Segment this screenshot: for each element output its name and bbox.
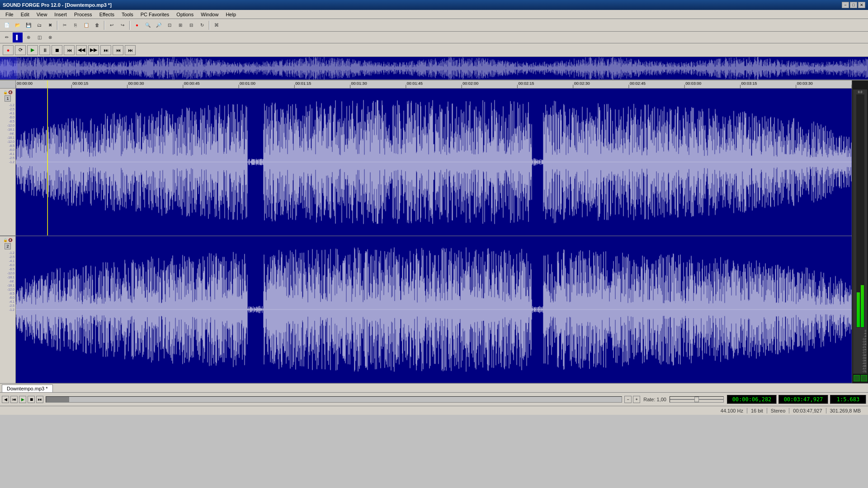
sep1 (57, 21, 58, 30)
track-2-label: 🔒 🔇 2 -1.2 -2.5 -4.1 -6.0 -8.5 -12.0 -18… (0, 236, 15, 383)
track2-lock-icon[interactable]: 🔒 (3, 238, 8, 242)
sep4 (209, 21, 210, 30)
overview-canvas (0, 57, 868, 80)
copy-button[interactable]: ⎘ (71, 20, 80, 30)
scroll-left-button[interactable]: ◀ (2, 396, 9, 403)
next-small-button[interactable]: ⏭ (36, 396, 43, 403)
slider-thumb[interactable] (694, 397, 699, 402)
vu-bar-right-mask (861, 95, 864, 285)
vu-right-peak-btn[interactable] (861, 375, 867, 381)
rate-label: Rate: 1,00 (643, 397, 666, 402)
paste-button[interactable]: 📋 (81, 20, 91, 30)
waveform-container[interactable] (16, 80, 852, 383)
channel-2-track[interactable] (16, 236, 852, 384)
stop-button[interactable]: ⏹ (52, 45, 62, 55)
menu-window[interactable]: Window (197, 11, 222, 18)
zoom-all-button[interactable]: ⊞ (175, 20, 185, 30)
record-transport-button[interactable]: ● (3, 45, 14, 55)
menu-effects[interactable]: Effects (96, 11, 118, 18)
channel-1-track[interactable] (16, 89, 852, 236)
track2-number: 2 (5, 243, 11, 249)
stop-small-button[interactable]: ⏹ (28, 396, 35, 403)
menu-file[interactable]: File (2, 11, 17, 18)
delete-button[interactable]: 🗑 (92, 20, 102, 30)
window-title: SOUND FORGE Pro 12.0 - [Downtempo.mp3 *] (3, 2, 112, 8)
play-small-button[interactable]: ▶ (19, 396, 26, 403)
track1-lock-icon[interactable]: 🔒 (3, 90, 8, 94)
playhead (47, 89, 48, 235)
track2-mute-icon[interactable]: 🔇 (8, 238, 13, 242)
play-loop-button[interactable]: ⟳ (15, 45, 26, 55)
bottom-controls: ◀ ⏮ ▶ ⏹ ⏭ − + Rate: 1,00 00:00:06,282 00… (0, 392, 868, 406)
vu-peak-buttons (853, 374, 868, 382)
selection-tool-button[interactable]: ▌ (13, 33, 23, 42)
play-button[interactable]: ▶ (27, 45, 38, 55)
close-file-button[interactable]: ✖ (45, 20, 55, 30)
track1-mute-icon[interactable]: 🔇 (8, 90, 13, 94)
sep3 (129, 21, 130, 30)
scrollbar-thumb[interactable] (46, 397, 69, 402)
menu-pc-favorites[interactable]: PC Favorites (137, 11, 173, 18)
transport-bar: ● ⟳ ▶ ⏸ ⏹ ⏮ ◀◀ ▶▶ ⏭ ⏮ ⏭ (0, 43, 868, 57)
snap-button[interactable]: ⊟ (186, 20, 196, 30)
toolbar-2: ✏ ▌ ⊕ ◫ ⊗ (0, 32, 868, 43)
zoom-out-time-button[interactable]: 🔎 (154, 20, 164, 30)
menu-help[interactable]: Help (222, 11, 240, 18)
loop-button[interactable]: ↻ (197, 20, 207, 30)
window-controls: − □ ✕ (842, 2, 865, 8)
zoom-minus-button[interactable]: − (624, 396, 632, 403)
open-button[interactable]: 📂 (13, 20, 23, 30)
new-button[interactable]: 📄 (2, 20, 12, 30)
pause-button[interactable]: ⏸ (39, 45, 50, 55)
track-1-label: 🔒 🔇 1 -1.2 -2.5 -4.1 -6.0 -8.5 -12.0 -18… (0, 89, 15, 236)
tool5-button[interactable]: ⊗ (45, 33, 55, 42)
status-duration: 00:03:47,927 (789, 408, 826, 413)
time-ruler (16, 80, 852, 89)
zoom-sel-button[interactable]: ⊡ (165, 20, 175, 30)
menu-options[interactable]: Options (173, 11, 197, 18)
vu-bars (856, 94, 864, 328)
vu-top-label: 0.0 (858, 90, 863, 94)
redo-button[interactable]: ↪ (118, 20, 127, 30)
maximize-button[interactable]: □ (850, 2, 857, 8)
pencil-tool-button[interactable]: ✏ (2, 33, 12, 42)
magnify-tool-button[interactable]: ⊕ (24, 33, 33, 42)
undo-button[interactable]: ↩ (107, 20, 117, 30)
save-button[interactable]: 💾 (24, 20, 33, 30)
prev-marker-button[interactable]: ⏮ (64, 45, 75, 55)
status-bar: 44.100 Hz 16 bit Stereo 00:03:47,927 301… (0, 406, 868, 415)
erase-tool-button[interactable]: ◫ (34, 33, 44, 42)
record-button[interactable]: ● (132, 20, 142, 30)
status-sample-rate: 44.100 Hz (717, 408, 747, 413)
tabs-area: Downtempo.mp3 * (0, 383, 868, 392)
save-all-button[interactable]: 🗂 (34, 20, 44, 30)
waveform-canvas-1 (16, 89, 852, 235)
menu-view[interactable]: View (33, 11, 51, 18)
menu-process[interactable]: Process (71, 11, 96, 18)
menu-insert[interactable]: Insert (51, 11, 71, 18)
fast-fwd-button[interactable]: ▶▶ (88, 45, 99, 55)
rate-slider[interactable] (670, 396, 724, 403)
horizontal-scrollbar[interactable] (46, 396, 622, 403)
rewind-small-button[interactable]: ⏮ (10, 396, 18, 403)
total-time-display: 00:03:47,927 (778, 395, 828, 404)
menu-edit[interactable]: Edit (17, 11, 33, 18)
cut-button[interactable]: ✂ (60, 20, 70, 30)
menu-tools[interactable]: Tools (118, 11, 137, 18)
next-marker-button[interactable]: ⏭ (100, 45, 111, 55)
vu-meter: 0.0 -3 -6 -9 -12 -15 -18 -21 -24 (852, 80, 868, 383)
current-time-display: 00:00:06,282 (727, 395, 777, 404)
minimize-button[interactable]: − (842, 2, 849, 8)
vu-left-peak-btn[interactable] (854, 375, 860, 381)
main-content: 🔒 🔇 1 -1.2 -2.5 -4.1 -6.0 -8.5 -12.0 -18… (0, 80, 868, 383)
go-end-button[interactable]: ⏭ (125, 45, 136, 55)
overview-waveform[interactable] (0, 57, 868, 80)
extra-button[interactable]: ⌘ (212, 20, 222, 30)
file-tab-downtempo[interactable]: Downtempo.mp3 * (2, 385, 53, 392)
zoom-plus-button[interactable]: + (633, 396, 640, 403)
close-button[interactable]: ✕ (858, 2, 865, 8)
vu-scale-labels: -3 -6 -9 -12 -15 -18 -21 -24 -27 -30 -33… (854, 329, 866, 373)
go-start-button[interactable]: ⏮ (113, 45, 123, 55)
rewind-button[interactable]: ◀◀ (76, 45, 87, 55)
zoom-in-time-button[interactable]: 🔍 (143, 20, 153, 30)
